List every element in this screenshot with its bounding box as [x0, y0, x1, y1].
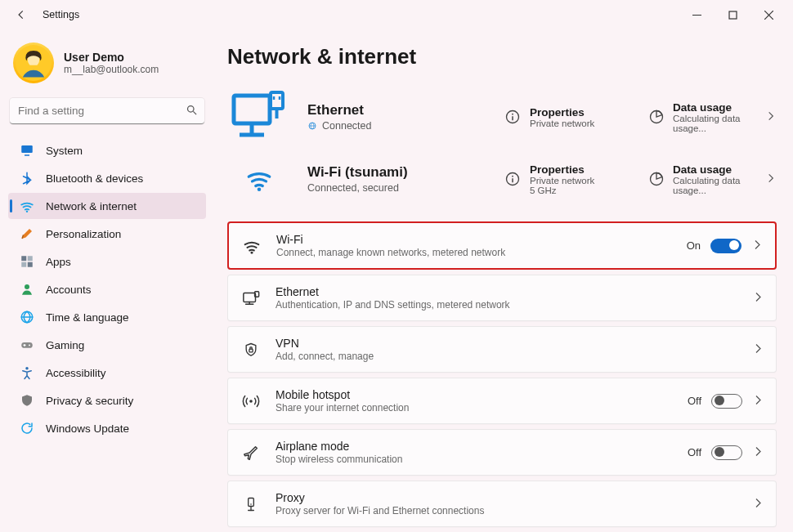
setting-ethernet[interactable]: Ethernet Authentication, IP and DNS sett… — [227, 275, 777, 321]
data-usage-link[interactable]: Data usage Calculating data usage... — [648, 101, 777, 133]
brush-icon — [20, 226, 34, 241]
ethernet-status: Ethernet Connected Properties Private ne… — [227, 84, 777, 150]
sidebar-item-label: Time & language — [46, 311, 129, 324]
toggle-hotspot[interactable] — [711, 394, 742, 409]
sidebar-item-label: Network & internet — [46, 200, 137, 212]
search-input[interactable] — [10, 98, 204, 124]
globe-icon — [20, 310, 34, 324]
toggle-wifi[interactable] — [710, 239, 741, 253]
info-icon — [504, 170, 522, 188]
properties-link[interactable]: Properties Private network5 GHz — [504, 163, 632, 195]
setting-vpn[interactable]: VPN Add, connect, manage — [227, 326, 777, 373]
sidebar-item-label: System — [46, 145, 83, 157]
info-icon — [504, 108, 522, 126]
data-usage-link[interactable]: Data usage Calculating data usage... — [648, 163, 777, 195]
ethernet-small-icon — [240, 290, 262, 306]
setting-title: Mobile hotspot — [276, 388, 674, 401]
chevron-right-icon — [765, 172, 777, 186]
proxy-icon — [240, 495, 262, 513]
sidebar-item-shield[interactable]: Privacy & security — [8, 387, 206, 414]
setting-subtitle: Add, connect, manage — [276, 351, 739, 362]
apps-icon — [20, 254, 34, 269]
status-title: Ethernet — [307, 102, 487, 118]
setting-subtitle: Share your internet connection — [276, 402, 674, 414]
main-panel: Network & internet Ethernet Connected Pr… — [214, 29, 793, 532]
toggle-airplane[interactable] — [711, 445, 742, 460]
sidebar-item-bluetooth[interactable]: Bluetooth & devices — [8, 165, 206, 191]
svg-line-6 — [193, 111, 196, 114]
sidebar-item-label: Accessibility — [46, 367, 106, 379]
setting-title: Airplane mode — [276, 440, 674, 453]
svg-rect-7 — [21, 145, 33, 153]
svg-rect-26 — [244, 293, 256, 302]
wifi-icon — [240, 237, 263, 255]
svg-rect-18 — [234, 96, 270, 123]
setting-title: Wi-Fi — [276, 233, 674, 246]
sidebar-item-update[interactable]: Windows Update — [8, 415, 206, 441]
globe-icon — [307, 121, 317, 131]
back-button[interactable] — [7, 0, 36, 29]
user-name: User Demo — [64, 51, 159, 64]
sidebar: User Demo m__lab@outlook.com System Blue… — [0, 29, 214, 532]
search-icon — [186, 104, 198, 118]
close-button[interactable] — [750, 2, 786, 27]
toggle-label: On — [687, 239, 701, 252]
hotspot-icon — [240, 392, 262, 410]
maximize-button[interactable] — [715, 2, 750, 27]
page-title: Network & internet — [227, 44, 777, 69]
svg-rect-32 — [249, 498, 254, 506]
ethernet-large-icon — [227, 89, 291, 145]
setting-subtitle: Authentication, IP and DNS settings, met… — [276, 299, 739, 311]
shield-lock-icon — [240, 341, 262, 359]
chart-icon — [648, 170, 665, 188]
airplane-icon — [240, 444, 262, 462]
person-icon — [20, 282, 34, 297]
setting-title: Ethernet — [276, 285, 739, 298]
setting-airplane[interactable]: Airplane mode Stop wireless communicatio… — [227, 429, 777, 476]
chevron-right-icon — [765, 110, 777, 124]
sidebar-item-person[interactable]: Accounts — [8, 276, 206, 302]
shield-icon — [20, 393, 34, 408]
svg-rect-1 — [729, 11, 737, 19]
gaming-icon — [20, 338, 34, 352]
sidebar-item-system[interactable]: System — [8, 137, 206, 163]
sidebar-item-accessibility[interactable]: Accessibility — [8, 360, 206, 386]
chevron-right-icon — [752, 497, 764, 512]
setting-subtitle: Stop wireless communication — [276, 454, 674, 465]
titlebar: Settings — [0, 0, 793, 29]
setting-proxy[interactable]: Proxy Proxy server for Wi-Fi and Etherne… — [227, 481, 777, 527]
chevron-right-icon — [752, 394, 764, 409]
sidebar-item-label: Windows Update — [46, 422, 129, 435]
chevron-right-icon — [751, 239, 764, 253]
sidebar-item-globe[interactable]: Time & language — [8, 304, 206, 330]
setting-title: Proxy — [276, 491, 739, 504]
svg-point-33 — [250, 503, 252, 505]
chevron-right-icon — [752, 291, 764, 306]
wifi-large-icon — [227, 165, 291, 193]
setting-wifi[interactable]: Wi-Fi Connect, manage known networks, me… — [227, 221, 777, 270]
setting-hotspot[interactable]: Mobile hotspot Share your internet conne… — [227, 378, 777, 424]
sidebar-item-wifi[interactable]: Network & internet — [8, 193, 206, 219]
sidebar-item-label: Accounts — [46, 284, 92, 296]
avatar — [13, 42, 54, 83]
properties-link[interactable]: Properties Private network — [504, 106, 632, 128]
svg-point-13 — [25, 284, 29, 289]
minimize-button[interactable] — [679, 2, 715, 27]
system-icon — [20, 143, 34, 158]
svg-point-16 — [29, 344, 30, 346]
sidebar-item-label: Privacy & security — [46, 395, 133, 407]
toggle-label: Off — [688, 446, 701, 458]
app-title: Settings — [43, 9, 79, 20]
toggle-label: Off — [688, 395, 701, 407]
wifi-status: Wi-Fi (tsunami) Connected, secured Prope… — [227, 150, 777, 208]
svg-rect-9 — [21, 256, 26, 261]
chevron-right-icon — [752, 445, 764, 460]
setting-subtitle: Connect, manage known networks, metered … — [276, 247, 674, 258]
status-subtitle: Connected — [307, 120, 487, 132]
sidebar-item-brush[interactable]: Personalization — [8, 221, 206, 247]
user-block[interactable]: User Demo m__lab@outlook.com — [8, 36, 206, 95]
sidebar-item-apps[interactable]: Apps — [8, 248, 206, 275]
svg-point-5 — [188, 106, 195, 113]
sidebar-item-gaming[interactable]: Gaming — [8, 332, 206, 358]
sidebar-item-label: Apps — [46, 256, 71, 268]
